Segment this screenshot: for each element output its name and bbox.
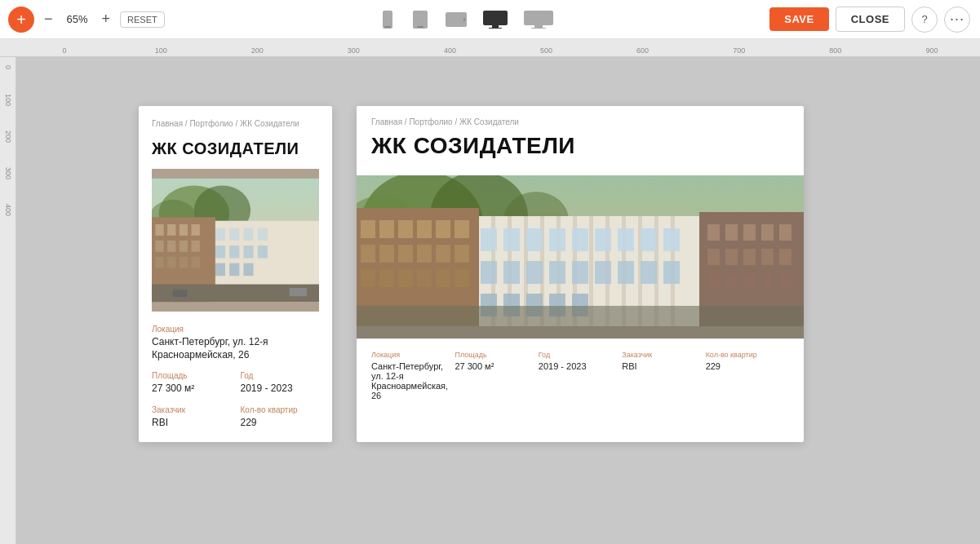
svg-rect-74 (526, 261, 543, 284)
mobile-year-section: Год 2019 - 2023 (241, 371, 320, 396)
svg-rect-98 (455, 245, 469, 263)
svg-rect-99 (361, 269, 375, 287)
ruler-mark: 300 (305, 46, 401, 55)
svg-rect-117 (725, 273, 738, 290)
ruler-mark: 0 (16, 46, 113, 55)
svg-rect-75 (549, 261, 565, 284)
mobile-info-grid: Площадь 27 300 м² Год 2019 - 2023 Заказч… (152, 371, 319, 429)
svg-rect-80 (663, 261, 680, 284)
svg-rect-123 (357, 326, 804, 338)
svg-rect-1 (384, 26, 391, 28)
mobile-year-value: 2019 - 2023 (241, 383, 320, 396)
more-options-button[interactable]: ··· (944, 7, 970, 33)
svg-rect-116 (707, 273, 720, 290)
add-button[interactable]: + (8, 7, 34, 33)
svg-rect-36 (191, 241, 199, 252)
desktop-apartments-value: 229 (706, 361, 789, 371)
vertical-ruler: 0 100 200 300 400 (0, 57, 16, 544)
ruler-mark: 600 (595, 46, 691, 55)
svg-rect-88 (379, 220, 394, 238)
desktop-location-col: Локация Санкт-Петербург, ул. 12-я Красно… (371, 351, 455, 400)
ruler: 0 100 200 300 400 500 600 700 800 900 (0, 39, 980, 57)
desktop-client-label: Заказчик (622, 351, 705, 359)
mobile-apartments-label: Кол-во квартир (241, 405, 320, 414)
mobile-client-value: RBI (152, 417, 231, 430)
svg-rect-91 (436, 220, 450, 238)
svg-rect-113 (743, 249, 756, 265)
mobile-location-label: Локация (152, 325, 319, 334)
svg-rect-20 (258, 228, 268, 241)
desktop-title: ЖК СОЗИДАТЕЛИ (371, 133, 789, 159)
svg-rect-89 (398, 220, 413, 238)
desktop-area-value: 27 300 м² (455, 361, 538, 371)
svg-rect-22 (229, 245, 239, 259)
zoom-plus-button[interactable]: + (99, 11, 114, 28)
reset-button[interactable]: RESET (120, 11, 165, 28)
close-button[interactable]: CLOSE (836, 7, 905, 32)
zoom-minus-button[interactable]: − (41, 11, 56, 28)
svg-rect-77 (595, 261, 611, 284)
svg-rect-0 (383, 11, 392, 29)
svg-rect-24 (258, 245, 268, 259)
desktop-area-col: Площадь 27 300 м² (455, 351, 538, 371)
svg-rect-10 (534, 25, 543, 28)
svg-rect-64 (503, 228, 520, 251)
svg-rect-63 (481, 228, 497, 251)
svg-rect-68 (595, 228, 611, 251)
svg-rect-78 (618, 261, 634, 284)
svg-rect-72 (481, 261, 497, 284)
ruler-numbers: 0 100 200 300 400 500 600 700 800 900 (0, 46, 980, 55)
svg-rect-32 (191, 224, 199, 236)
svg-rect-101 (398, 269, 413, 287)
svg-rect-71 (663, 228, 680, 251)
device-mobile-icon[interactable] (411, 11, 429, 29)
svg-rect-79 (641, 261, 657, 284)
desktop-card-header: Главная / Портфолио / ЖК Созидатели ЖК С… (357, 106, 804, 175)
desktop-preview-card: Главная / Портфолио / ЖК Созидатели ЖК С… (357, 106, 804, 442)
svg-rect-102 (417, 269, 432, 287)
desktop-location-label: Локация (371, 351, 455, 359)
svg-rect-42 (290, 288, 308, 296)
help-button[interactable]: ? (911, 7, 938, 33)
svg-rect-37 (155, 257, 163, 268)
desktop-apartments-col: Кол-во квартир 229 (706, 351, 789, 371)
svg-rect-21 (215, 245, 225, 259)
svg-rect-27 (243, 263, 253, 276)
ruler-mark: 200 (209, 46, 305, 55)
mobile-location-value: Санкт-Петербург, ул. 12-я Красноармейска… (152, 336, 319, 361)
svg-rect-40 (191, 257, 199, 268)
svg-rect-94 (379, 245, 394, 263)
svg-rect-18 (229, 228, 239, 241)
topbar-right: SAVE CLOSE ? ··· (769, 7, 980, 33)
save-button[interactable]: SAVE (769, 7, 828, 31)
desktop-year-col: Год 2019 - 2023 (539, 351, 622, 371)
desktop-breadcrumb: Главная / Портфолио / ЖК Созидатели (371, 117, 789, 126)
svg-rect-38 (167, 257, 175, 268)
desktop-year-value: 2019 - 2023 (539, 361, 622, 371)
device-mobile-small-icon[interactable] (380, 11, 395, 29)
svg-rect-114 (761, 249, 774, 265)
svg-rect-2 (413, 11, 428, 29)
desktop-location-value: Санкт-Петербург, ул. 12-я Красноармейска… (371, 361, 455, 400)
desktop-client-col: Заказчик RBI (622, 351, 705, 371)
svg-rect-3 (417, 26, 423, 28)
svg-rect-17 (215, 228, 225, 241)
zoom-level: 65% (63, 13, 92, 25)
svg-rect-9 (524, 11, 553, 25)
topbar: + − 65% + RESET SAVE CLOSE ? ··· (0, 0, 980, 39)
cards-container: Главная / Портфолио / ЖК Созидатели ЖК С… (139, 106, 804, 442)
device-desktop-small-icon[interactable] (483, 11, 508, 29)
desktop-card-footer: Локация Санкт-Петербург, ул. 12-я Красно… (357, 338, 804, 412)
svg-rect-106 (707, 224, 720, 241)
svg-rect-7 (492, 25, 499, 28)
svg-rect-11 (531, 28, 546, 29)
svg-rect-108 (743, 224, 756, 241)
svg-rect-90 (417, 220, 432, 238)
svg-rect-34 (167, 241, 175, 252)
mobile-client-section: Заказчик RBI (152, 405, 231, 430)
device-tablet-icon[interactable] (446, 11, 467, 29)
device-desktop-icon[interactable] (524, 11, 553, 29)
ruler-mark: 700 (691, 46, 787, 55)
svg-rect-120 (779, 273, 792, 290)
mobile-breadcrumb: Главная / Портфолио / ЖК Созидатели (152, 119, 319, 128)
